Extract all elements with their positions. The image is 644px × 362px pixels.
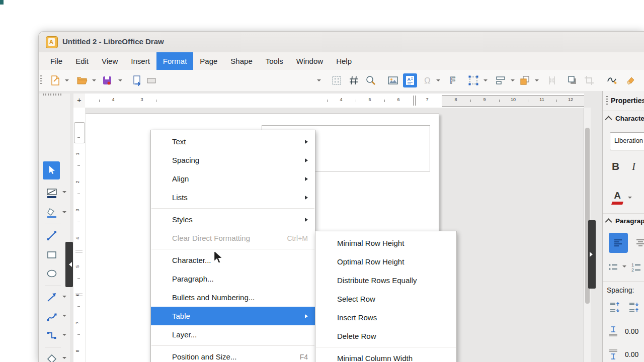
line-color-tool-button[interactable] <box>43 185 61 202</box>
menu-item-table[interactable]: Table <box>151 307 315 325</box>
menu-item-align[interactable]: Align <box>151 169 315 188</box>
menubar-item-file[interactable]: File <box>44 52 69 70</box>
rectangle-tool-button[interactable] <box>43 246 61 263</box>
menubar-item-format[interactable]: Format <box>156 52 194 70</box>
submenu-item-optimal-row-height[interactable]: Optimal Row Height <box>315 252 456 271</box>
fontwork-button[interactable]: F <box>445 73 459 87</box>
dropdown-arrow-icon[interactable] <box>118 79 122 81</box>
select-tool-button[interactable] <box>43 161 60 179</box>
dropdown-arrow-icon[interactable] <box>62 315 66 317</box>
align-left-button[interactable] <box>609 233 628 253</box>
menu-item-paragraph[interactable]: Paragraph... <box>151 269 315 288</box>
save-button[interactable] <box>100 73 114 87</box>
display-grid-button[interactable] <box>330 73 344 87</box>
fill-color-tool-button[interactable] <box>43 205 61 222</box>
bullet-list-dropdown[interactable] <box>622 265 626 267</box>
submenu-item-delete-row[interactable]: Delete Row <box>315 327 456 345</box>
section-character[interactable]: Character <box>607 115 644 122</box>
menubar-item-page[interactable]: Page <box>193 52 224 70</box>
menubar-item-shape[interactable]: Shape <box>224 52 259 70</box>
submenu-item-minimal-row-height[interactable]: Minimal Row Height <box>315 234 456 252</box>
ruler-origin-button[interactable]: + <box>73 94 86 108</box>
dropdown-arrow-icon[interactable] <box>65 79 69 81</box>
dropdown-arrow-icon[interactable] <box>317 79 321 81</box>
dropdown-arrow-icon[interactable] <box>62 357 66 359</box>
dropdown-arrow-icon[interactable] <box>436 79 440 81</box>
submenu-item-select-row[interactable]: Select Row <box>315 290 456 308</box>
menu-item-position-and-size[interactable]: Position and Size...F4 <box>151 347 315 362</box>
shadow-icon <box>566 74 578 86</box>
dropdown-arrow-icon[interactable] <box>92 79 96 81</box>
highlighter-button[interactable] <box>623 73 637 87</box>
dropdown-arrow-icon[interactable] <box>511 79 515 81</box>
export-button[interactable] <box>130 73 144 87</box>
lines-and-arrows-tool-button[interactable] <box>43 289 61 306</box>
basic-shapes-tool-button[interactable] <box>43 350 61 362</box>
dropdown-arrow-icon[interactable] <box>62 334 66 336</box>
vertical-ruler[interactable]: 12345678 <box>73 108 86 362</box>
section-paragraph[interactable]: Paragraph <box>607 217 644 225</box>
menu-item-bullets-and-numbering[interactable]: Bullets and Numbering... <box>151 288 315 307</box>
dropdown-arrow-icon[interactable] <box>535 79 539 81</box>
glue-points-button[interactable] <box>545 73 559 87</box>
shadow-button[interactable] <box>565 73 579 87</box>
dropdown-arrow-icon[interactable] <box>62 211 66 213</box>
zoom-button[interactable] <box>364 73 378 87</box>
insert-text-box-button[interactable]: A <box>403 73 417 87</box>
below-spacing-value[interactable]: 0.00 <box>625 350 638 358</box>
submenu-arrow-icon <box>305 196 308 200</box>
align-objects-button[interactable] <box>494 73 508 87</box>
crop-button[interactable] <box>582 73 596 87</box>
drawing-toolbar-grip[interactable] <box>43 94 63 96</box>
bullet-list-button[interactable] <box>606 259 621 275</box>
dropdown-arrow-icon[interactable] <box>62 191 66 193</box>
numbered-list-button[interactable]: 12 <box>629 259 644 275</box>
dropdown-arrow-icon[interactable] <box>484 79 488 81</box>
sidebar-grip-icon[interactable] <box>606 96 608 105</box>
menubar-item-view[interactable]: View <box>95 52 124 70</box>
print-button[interactable] <box>144 73 158 87</box>
menubar-item-edit[interactable]: Edit <box>69 52 95 70</box>
horizontal-ruler[interactable]: 43456789101112 <box>85 94 584 108</box>
font-color-button[interactable]: A <box>611 191 624 205</box>
dropdown-arrow-icon[interactable] <box>62 296 66 298</box>
submenu-item-distribute-rows-equally[interactable]: Distribute Rows Equally <box>315 271 456 290</box>
italic-button[interactable]: I <box>632 160 635 173</box>
menu-item-spacing[interactable]: Spacing <box>151 151 315 169</box>
increase-spacing-button[interactable] <box>607 299 623 315</box>
connectors-tool-button[interactable] <box>43 327 61 344</box>
insert-line-tool-button[interactable] <box>43 227 61 244</box>
font-color-dropdown[interactable] <box>628 197 632 199</box>
font-name-input[interactable]: Liberation Sans <box>610 132 644 150</box>
snap-to-grid-button[interactable] <box>347 73 361 87</box>
left-pane-hide-handle[interactable] <box>65 242 73 287</box>
open-button[interactable] <box>75 73 89 87</box>
menu-item-character[interactable]: Character... <box>151 251 315 269</box>
menu-item-lists[interactable]: Lists <box>151 188 315 207</box>
glue-points-button[interactable] <box>641 73 644 87</box>
sidebar-hide-handle[interactable] <box>588 220 596 289</box>
menubar-item-tools[interactable]: Tools <box>259 52 290 70</box>
menu-item-label: Insert Rows <box>337 313 377 322</box>
new-document-button[interactable] <box>48 73 62 87</box>
above-spacing-value[interactable]: 0.00 <box>625 327 638 335</box>
menubar-item-help[interactable]: Help <box>330 52 358 70</box>
arrange-button[interactable] <box>518 73 532 87</box>
special-character-button[interactable]: Ω <box>421 73 435 87</box>
menu-item-text[interactable]: Text <box>151 132 315 151</box>
submenu-item-insert-rows[interactable]: Insert Rows <box>315 308 456 327</box>
edit-points-button[interactable] <box>466 73 480 87</box>
menu-item-layer[interactable]: Layer... <box>151 325 315 344</box>
submenu-item-minimal-column-width[interactable]: Minimal Column Width <box>315 349 456 362</box>
toolbar-grip[interactable] <box>40 75 42 85</box>
menu-item-styles[interactable]: Styles <box>151 210 315 229</box>
menubar-item-insert[interactable]: Insert <box>124 52 156 70</box>
decrease-spacing-button[interactable] <box>626 299 642 315</box>
curves-and-polygons-tool-button[interactable] <box>43 308 61 325</box>
menubar-item-window[interactable]: Window <box>290 52 330 70</box>
ellipse-tool-button[interactable] <box>43 265 61 282</box>
align-center-button[interactable] <box>631 233 644 253</box>
freeform-line-button[interactable] <box>605 73 619 87</box>
insert-image-button[interactable] <box>386 73 400 87</box>
bold-button[interactable]: B <box>612 160 619 172</box>
